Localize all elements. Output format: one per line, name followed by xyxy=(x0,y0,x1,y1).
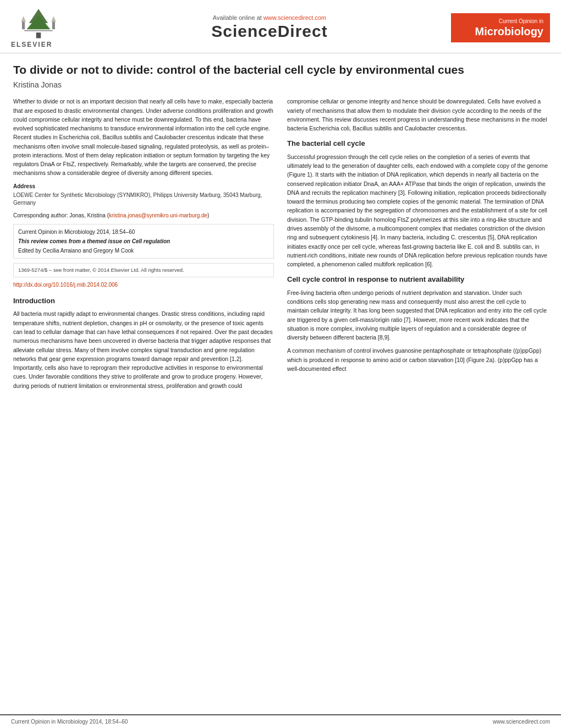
sciencedirect-title: ScienceDirect xyxy=(99,22,440,41)
corresponding-box: Corresponding author: Jonas, Kristina (k… xyxy=(13,211,274,220)
edited-by: Edited by Cecilia Arraiano and Gregory M… xyxy=(18,247,269,255)
footer-left: Current Opinion in Microbiology 2014, 18… xyxy=(11,719,128,725)
header-right: Current Opinion in Microbiology xyxy=(440,13,550,42)
journal-badge: Current Opinion in Microbiology xyxy=(451,13,550,42)
themed-issue-topic: Cell regulation xyxy=(132,238,170,244)
corresponding-email-link[interactable]: kristina.jonas@synmikro.uni-marburg.de xyxy=(109,212,207,218)
address-box: Address LOEWE Center for Synthetic Micro… xyxy=(13,182,274,207)
header-center: Available online at www.sciencedirect.co… xyxy=(99,14,440,41)
address-label: Address xyxy=(13,182,274,190)
svg-marker-8 xyxy=(51,16,56,21)
info-box: Current Opinion in Microbiology 2014, 18… xyxy=(13,224,274,259)
available-text: Available online at www.sciencedirect.co… xyxy=(99,14,440,21)
article-title: To divide or not to divide: control of t… xyxy=(13,62,548,77)
corresponding-label: Corresponding author: xyxy=(13,212,68,218)
intro-heading: Introduction xyxy=(13,295,274,306)
section1-heading: The bacterial cell cycle xyxy=(287,138,548,149)
elsevier-tree-icon xyxy=(11,7,66,40)
columns-container: Whether to divide or not is an important… xyxy=(13,97,548,395)
website-link[interactable]: www.sciencedirect.com xyxy=(263,14,326,21)
abstract-continuation: compromise cellular or genome integrity … xyxy=(287,97,548,133)
section2-heading: Cell cycle control in response to nutrie… xyxy=(287,274,548,285)
journal-badge-top: Current Opinion in xyxy=(458,18,543,25)
svg-rect-4 xyxy=(24,30,52,31)
corresponding-author: Jonas, Kristina ( xyxy=(69,212,109,218)
abstract-text: Whether to divide or not is an important… xyxy=(13,97,274,177)
header: ELSEVIER Available online at www.science… xyxy=(0,0,561,53)
section2-text2: A common mechanism of control involves g… xyxy=(287,346,548,373)
doi-link[interactable]: http://dx.doi.org/10.1016/j.mib.2014.02.… xyxy=(13,281,274,289)
svg-rect-7 xyxy=(52,21,55,29)
svg-rect-1 xyxy=(36,32,41,38)
header-left: ELSEVIER xyxy=(11,7,99,48)
footer-right: www.sciencedirect.com xyxy=(493,719,550,725)
address-text: LOEWE Center for Synthetic Microbiology … xyxy=(13,191,274,207)
themed-issue: This review comes from a themed issue on… xyxy=(18,237,269,245)
right-column: compromise cellular or genome integrity … xyxy=(287,97,548,395)
journal-badge-bottom: Microbiology xyxy=(458,25,543,38)
svg-rect-5 xyxy=(22,21,25,29)
section2-text: Free-living bacteria often undergo perio… xyxy=(287,288,548,342)
intro-text: All bacteria must rapidly adapt to envir… xyxy=(13,309,274,390)
license-box: 1369-5274/$ – see front matter, © 2014 E… xyxy=(13,263,274,277)
elsevier-label: ELSEVIER xyxy=(11,41,52,48)
svg-marker-6 xyxy=(21,16,26,21)
corresponding-close: ) xyxy=(207,212,209,218)
page: ELSEVIER Available online at www.science… xyxy=(0,0,561,728)
article-author: Kristina Jonas xyxy=(13,80,548,89)
left-column: Whether to divide or not is an important… xyxy=(13,97,274,395)
journal-info: Current Opinion in Microbiology 2014, 18… xyxy=(18,228,269,236)
elsevier-logo: ELSEVIER xyxy=(11,7,99,48)
section1-text: Successful progression through the cell … xyxy=(287,152,548,269)
main-content: To divide or not to divide: control of t… xyxy=(0,53,561,714)
footer: Current Opinion in Microbiology 2014, 18… xyxy=(0,714,561,728)
